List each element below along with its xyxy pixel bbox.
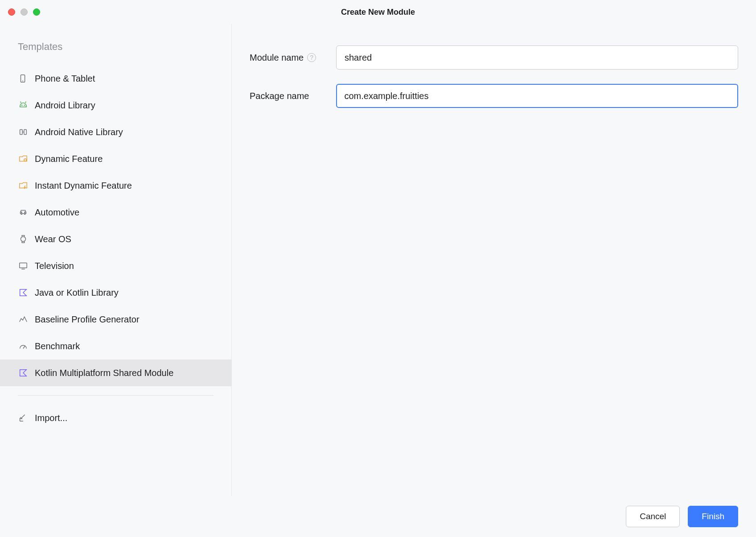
- svg-line-2: [21, 102, 21, 103]
- template-android-native-library[interactable]: Android Native Library: [0, 119, 231, 145]
- svg-point-4: [22, 105, 22, 105]
- profile-icon: [18, 314, 29, 325]
- template-label: Benchmark: [35, 341, 80, 351]
- template-label: Android Library: [35, 100, 95, 111]
- template-phone-tablet[interactable]: Phone & Tablet: [0, 65, 231, 92]
- template-dynamic-feature[interactable]: Dynamic Feature: [0, 145, 231, 172]
- svg-rect-7: [24, 130, 27, 135]
- minimize-window-button[interactable]: [21, 8, 28, 16]
- template-benchmark[interactable]: Benchmark: [0, 333, 231, 359]
- template-label: Automotive: [35, 207, 79, 218]
- svg-point-9: [24, 159, 27, 161]
- package-name-input[interactable]: [336, 84, 738, 108]
- svg-rect-6: [20, 130, 23, 135]
- maximize-window-button[interactable]: [33, 8, 40, 16]
- svg-point-11: [25, 212, 25, 213]
- watch-icon: [18, 234, 29, 244]
- template-label: Android Native Library: [35, 127, 123, 137]
- native-lib-icon: [18, 127, 29, 137]
- template-television[interactable]: Television: [0, 252, 231, 279]
- template-java-kotlin-library[interactable]: Java or Kotlin Library: [0, 279, 231, 306]
- templates-sidebar: Templates Phone & Tablet Android Library: [0, 24, 232, 496]
- svg-rect-13: [20, 263, 27, 268]
- kotlin-lib-icon: [18, 287, 29, 298]
- divider: [18, 395, 214, 396]
- create-module-dialog: Create New Module Templates Phone & Tabl…: [0, 0, 756, 537]
- window-controls: [8, 8, 40, 16]
- import-item[interactable]: Import...: [0, 405, 231, 431]
- close-window-button[interactable]: [8, 8, 15, 16]
- package-name-row: Package name: [250, 84, 738, 108]
- dialog-body: Templates Phone & Tablet Android Library: [0, 24, 756, 496]
- template-baseline-profile-generator[interactable]: Baseline Profile Generator: [0, 306, 231, 333]
- module-name-label: Module name ?: [250, 53, 330, 63]
- dialog-title: Create New Module: [341, 8, 415, 17]
- template-wear-os[interactable]: Wear OS: [0, 226, 231, 252]
- titlebar: Create New Module: [0, 0, 756, 24]
- template-label: Instant Dynamic Feature: [35, 181, 132, 191]
- import-icon: [18, 413, 29, 423]
- import-label: Import...: [35, 413, 67, 423]
- template-label: Dynamic Feature: [35, 154, 103, 164]
- android-icon: [18, 100, 29, 111]
- dynamic-feature-icon: [18, 153, 29, 164]
- dialog-footer: Cancel Finish: [0, 496, 756, 537]
- template-instant-dynamic-feature[interactable]: Instant Dynamic Feature: [0, 172, 231, 199]
- help-icon[interactable]: ?: [307, 53, 316, 62]
- template-label: Television: [35, 261, 74, 271]
- template-label: Wear OS: [35, 234, 71, 244]
- svg-line-3: [25, 102, 26, 103]
- tv-icon: [18, 260, 29, 271]
- module-name-label-text: Module name: [250, 53, 304, 63]
- cancel-button[interactable]: Cancel: [626, 506, 680, 527]
- package-name-label: Package name: [250, 91, 330, 101]
- template-label: Baseline Profile Generator: [35, 314, 140, 325]
- template-android-library[interactable]: Android Library: [0, 92, 231, 119]
- car-icon: [18, 207, 29, 218]
- svg-line-15: [23, 346, 25, 349]
- template-label: Java or Kotlin Library: [35, 288, 119, 298]
- svg-point-5: [24, 105, 25, 105]
- sidebar-header: Templates: [0, 41, 231, 65]
- phone-tablet-icon: [18, 73, 29, 84]
- svg-point-10: [21, 212, 22, 213]
- form-panel: Module name ? Package name: [232, 24, 756, 496]
- template-label: Phone & Tablet: [35, 74, 95, 84]
- kmp-icon: [18, 368, 29, 378]
- templates-list: Phone & Tablet Android Library Android N…: [0, 65, 231, 431]
- template-kotlin-multiplatform-shared-module[interactable]: Kotlin Multiplatform Shared Module: [0, 359, 231, 386]
- module-name-row: Module name ?: [250, 45, 738, 70]
- instant-feature-icon: [18, 180, 29, 191]
- template-automotive[interactable]: Automotive: [0, 199, 231, 226]
- svg-point-12: [21, 237, 26, 242]
- package-name-label-text: Package name: [250, 91, 309, 101]
- module-name-input[interactable]: [336, 45, 738, 70]
- benchmark-icon: [18, 341, 29, 351]
- template-label: Kotlin Multiplatform Shared Module: [35, 368, 173, 378]
- finish-button[interactable]: Finish: [688, 506, 738, 527]
